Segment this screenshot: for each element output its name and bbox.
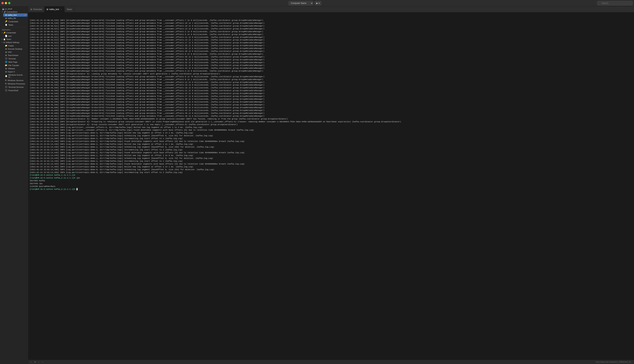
log-line: [2021-01-24 22:01:14,394] INFO [Log part… (30, 132, 632, 134)
cmd-text (75, 188, 76, 190)
sidebar-item-windows-events[interactable]: 📋 Windows Events Vi... (3, 73, 28, 79)
sidebar-item-file-transfer[interactable]: 📂 File Transfer (3, 64, 28, 67)
maximize-button[interactable] (8, 2, 11, 4)
vmware-icon: 🖥 (5, 68, 7, 70)
sidebar-item-terminal[interactable]: ⬛ Terminal (3, 57, 28, 60)
sidebar-item-credentials[interactable]: 🔑 Credentials (3, 20, 28, 23)
powershell-label: PowerShell (8, 90, 18, 92)
sidebar-group-tasks-app[interactable]: 📋 Tasks (1, 38, 28, 41)
tab-bar: ⊞ Overview ⊞ kafka_test × News (28, 6, 634, 12)
play-button[interactable]: ▶ ▾ (315, 1, 321, 5)
search-wrapper: 🔍 (597, 1, 632, 5)
log-line: [2021-01-24 22:00:46,589] INFO [GroupCoo… (30, 72, 632, 76)
url-text: https://blog.csdn.net/watson_4399/articl… (596, 361, 632, 363)
overview-tab-icon: ⊞ (31, 8, 32, 10)
log-line: [2021-01-24 22:00:46,523] INFO [GroupMet… (30, 58, 632, 61)
url-bar: https://blog.csdn.net/watson_4399/articl… (596, 361, 632, 363)
remote-desktop-label: Remote Desktop (8, 48, 22, 50)
log-line: [2021-01-24 22:00:46,601] INFO [GroupMet… (30, 115, 632, 118)
sidebar-group-default-settings[interactable]: ⚙ Default Settings (1, 41, 28, 44)
kafka-test-tab-close[interactable]: × (60, 8, 62, 10)
log-line: [2021-01-24 22:00:46,521] INFO [GroupMet… (30, 33, 632, 36)
sidebar-item-hyper-v[interactable]: 🖥 Hyper-V (3, 70, 28, 73)
log-line: [2021-01-24 22:01:14,456] INFO [Log part… (30, 171, 632, 174)
log-line: [2021-01-24 22:00:46,599] INFO [GroupMet… (30, 101, 632, 104)
terminal-services-icon: ⬛ (5, 86, 8, 88)
minimize-button[interactable] (5, 2, 7, 4)
log-line: [2021-01-24 22:00:46,522] INFO [GroupMet… (30, 44, 632, 47)
tasks-app-label: Tasks (6, 38, 11, 40)
sidebar-item-folder[interactable]: 📁 Folder (3, 44, 28, 47)
log-line: [2021-01-24 22:00:46,598] INFO [GroupMet… (30, 76, 632, 78)
sidebar-item-remote-desktop[interactable]: 🖥 Remote Desktop (3, 47, 28, 50)
log-line: [2021-01-24 22:00:46,599] INFO [GroupMet… (30, 78, 632, 81)
sidebar-item-vnc[interactable]: 🖥 VNC (3, 50, 28, 54)
prompt-icon: [root@VM-16-5-centos kafka_2.11-2.1.1]# (30, 174, 75, 176)
log-line: [2021-01-24 22:00:46,599] INFO [GroupMet… (30, 104, 632, 106)
log-line: [2021-01-24 22:00:46,599] INFO [GroupMet… (30, 84, 632, 86)
sidebar-item-kafka-file[interactable]: 🖥 kafka_file (3, 16, 28, 20)
close-button[interactable] (2, 2, 4, 4)
bottom-bar: ＋ ⚙ ↕ ☆ https://blog.csdn.net/watson_439… (28, 360, 634, 364)
terminal-label: Terminal (8, 58, 16, 60)
sidebar-item-powershell[interactable]: ⬛ PowerShell (3, 89, 28, 92)
sidebar-item-test[interactable]: 📄 test (3, 34, 28, 38)
log-line: [2021-01-24 22:01:14,436] INFO [Log part… (30, 143, 632, 146)
log-line: [2021-01-24 22:00:46,523] INFO [GroupMet… (30, 70, 632, 72)
tab-news[interactable]: News (65, 6, 74, 12)
test-label: test (8, 35, 12, 37)
sidebar-group-credentials-app[interactable]: 🔑 Credentials (1, 31, 28, 34)
file-transfer-icon: 📂 (5, 64, 8, 66)
prompt-icon: [root@VM-16-5-centos kafka_2.11-2.1.1]# (30, 177, 75, 179)
titlebar-center: Computer Name ▶ ▾ (13, 1, 597, 5)
log-line: [2021-01-24 22:00:56,613] INFO [GroupCoo… (30, 123, 632, 126)
vnc-icon: 🖥 (5, 51, 7, 53)
log-line: [2021-01-24 22:01:14,393] INFO [Log part… (30, 129, 632, 132)
sidebar-item-windows-processes[interactable]: ⚙ Windows Processes (3, 82, 28, 85)
sidebar-item-vmware[interactable]: 🖥 VMware (3, 67, 28, 70)
sidebar-item-yc-local[interactable]: 💻 yc_local (1, 8, 28, 10)
sidebar-item-web-page[interactable]: 🌐 Web Page (3, 60, 28, 64)
log-line: [2021-01-24 22:01:14,393] INFO [Log part… (30, 126, 632, 129)
settings-item-button[interactable]: ⚙ (34, 361, 36, 363)
main-layout: 💻 yc_local 🔗 Connections 🖥 kafka_test 📌 … (0, 6, 634, 364)
search-input[interactable] (597, 1, 632, 5)
sidebar-item-kafka-test[interactable]: 🖥 kafka_test 📌 (3, 14, 28, 16)
terminal-icon: ⬛ (5, 58, 8, 60)
content-area: ⊞ Overview ⊞ kafka_test × News [2021-01-… (28, 6, 634, 364)
sidebar-group-connections[interactable]: 🔗 Connections (1, 10, 28, 14)
log-line: [2021-01-24 22:00:46,600] INFO [GroupMet… (30, 112, 632, 115)
sidebar-item-teamviewer[interactable]: 🖥 TeamViewer (3, 54, 28, 57)
tab-kafka-test[interactable]: ⊞ kafka_test × (44, 6, 65, 12)
add-item-button[interactable]: ＋ (30, 361, 32, 363)
log-line: [2021-01-24 22:00:56,602] INFO [GroupCoo… (30, 118, 632, 120)
log-line: [2021-01-24 22:00:46,522] INFO [GroupMet… (30, 50, 632, 53)
log-line: [2021-01-24 22:00:46,523] INFO [GroupMet… (30, 61, 632, 64)
dropdown-icon: ▾ (319, 2, 320, 4)
sidebar-label-yc-local: yc_local (5, 8, 12, 10)
services-icon: ⚙ (5, 79, 7, 82)
folder-label: Folder (8, 45, 14, 47)
key-icon: 🔑 (5, 20, 8, 22)
sidebar-item-terminal-services[interactable]: ⬛ Terminal Services (3, 85, 28, 89)
star-icon: ☆ (42, 361, 43, 363)
key-icon-app: 🔑 (3, 32, 6, 34)
log-line: [2021-01-24 22:00:46,600] INFO [GroupMet… (30, 106, 632, 109)
log-line: [2021-01-24 22:00:46,522] INFO [GroupMet… (30, 42, 632, 44)
powershell-icon: ⬛ (5, 89, 8, 92)
terminal-content[interactable]: [2021-01-24 22:00:46,520] INFO [GroupMet… (28, 12, 634, 360)
hyper-v-label: Hyper-V (8, 71, 15, 73)
log-line: [2021-01-24 22:01:14,445] INFO [Log part… (30, 157, 632, 160)
file-transfer-label: File Transfer (8, 64, 19, 66)
news-tab-label: News (67, 8, 72, 10)
titlebar: Computer Name ▶ ▾ 🔍 (0, 0, 634, 6)
star-item-button[interactable]: ☆ (42, 361, 43, 363)
sidebar-item-windows-services[interactable]: ⚙ Windows Services (3, 79, 28, 82)
sidebar-item-tasks[interactable]: 📋 Tasks (3, 23, 28, 26)
default-settings-children: 📁 Folder 🖥 Remote Desktop 🖥 VNC 🖥 TeamVi… (0, 44, 28, 92)
cmd-line: [root@VM-16-5-centos kafka_2.11-2.1.1]# (30, 174, 632, 177)
tab-overview[interactable]: ⊞ Overview (28, 6, 44, 12)
sort-item-button[interactable]: ↕ (38, 361, 39, 363)
log-line: [2021-01-24 22:00:46,522] INFO [GroupMet… (30, 53, 632, 56)
computer-name-select[interactable]: Computer Name (288, 1, 313, 5)
